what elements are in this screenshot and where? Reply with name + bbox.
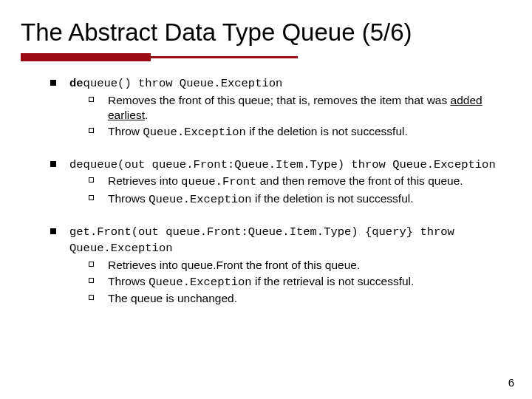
list-item: Retrieves into queue.Front the front of … [89, 258, 511, 273]
sub-list: Removes the front of this queue; that is… [89, 93, 511, 140]
text: if the deletion is not successful. [246, 125, 408, 137]
list-item: Throw Queue.Exception if the deletion is… [89, 124, 511, 140]
bullet-list: dequeue() throw Queue.Exception Removes … [50, 75, 511, 306]
list-item: Throws Queue.Exception if the retrieval … [89, 274, 511, 290]
list-item: dequeue() throw Queue.Exception Removes … [50, 75, 511, 140]
sub-list: Retrieves into queue.Front and then remo… [89, 174, 511, 208]
text: Throw [108, 125, 143, 137]
signature-bold: de [69, 77, 83, 90]
slide: The Abstract Data Type Queue (5/6) deque… [0, 0, 532, 399]
list-item: Removes the front of this queue; that is… [89, 93, 511, 123]
list-item: get.Front(out queue.Front:Queue.Item.Typ… [50, 224, 511, 306]
slide-title: The Abstract Data Type Queue (5/6) [21, 18, 511, 47]
text: Throws [108, 192, 149, 205]
text-mono: queue.Front [181, 175, 256, 188]
text: if the deletion is not successful. [252, 192, 414, 205]
signature: dequeue() throw Queue.Exception [69, 77, 282, 90]
text: . [145, 109, 148, 121]
text: if the retrieval is not successful. [252, 275, 415, 287]
underline-short [21, 53, 151, 61]
page-number: 6 [508, 376, 514, 389]
text: Retrieves into queue.Front the front of … [108, 259, 360, 271]
list-item: Throws Queue.Exception if the deletion i… [89, 191, 511, 208]
text: Removes the front of this queue; that is… [108, 94, 451, 106]
text: Retrieves into [108, 174, 181, 187]
text-mono: Queue.Exception [149, 276, 252, 289]
list-item: Retrieves into queue.Front and then remo… [89, 174, 511, 190]
sub-list: Retrieves into queue.Front the front of … [89, 258, 511, 306]
slide-body: dequeue() throw Queue.Exception Removes … [21, 75, 511, 306]
title-underline [21, 53, 511, 61]
text: The queue is unchanged. [108, 292, 237, 304]
signature: get.Front(out queue.Front:Queue.Item.Typ… [69, 225, 454, 255]
signature-rest: queue() throw Queue.Exception [83, 77, 283, 90]
list-item: dequeue(out queue.Front:Queue.Item.Type)… [50, 157, 511, 208]
text: Throws [108, 275, 149, 287]
list-item: The queue is unchanged. [89, 291, 511, 306]
signature: dequeue(out queue.Front:Queue.Item.Type)… [69, 158, 496, 171]
text: and then remove the front of this queue. [256, 174, 463, 187]
text-mono: Queue.Exception [143, 126, 246, 139]
text-mono: Queue.Exception [149, 193, 252, 206]
